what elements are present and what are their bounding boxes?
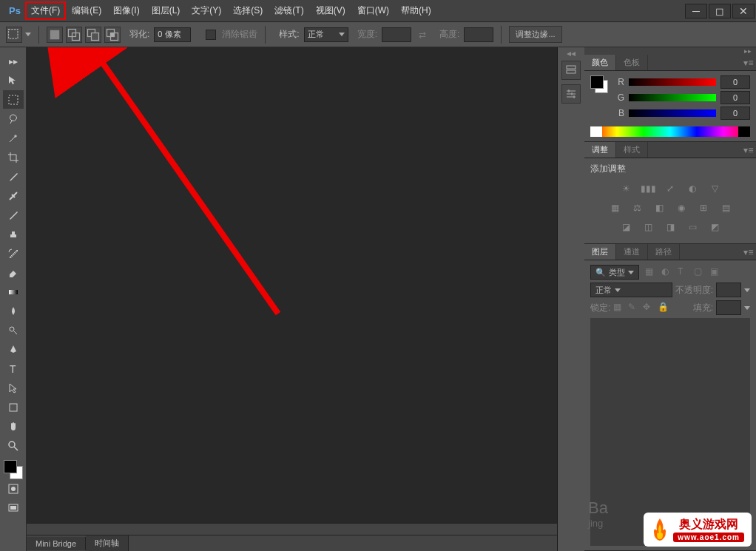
threshold-icon[interactable]: ◨ — [663, 220, 678, 234]
maximize-button[interactable]: ◻ — [709, 4, 731, 18]
blur-tool[interactable] — [3, 302, 24, 320]
selective-color-icon[interactable]: ◩ — [707, 220, 722, 234]
g-value-input[interactable] — [720, 91, 750, 104]
layers-tab[interactable]: 图层 — [584, 244, 616, 260]
paths-tab[interactable]: 路径 — [648, 244, 680, 260]
tool-preset-dropdown-icon[interactable] — [25, 33, 31, 36]
menu-type[interactable]: 文字(Y) — [186, 1, 227, 20]
color-panel-menu-icon[interactable]: ▾≡ — [741, 58, 756, 68]
gradient-tool[interactable] — [3, 283, 24, 301]
path-selection-tool[interactable] — [3, 379, 24, 397]
lock-position-icon[interactable]: ✥ — [643, 302, 655, 314]
b-slider[interactable] — [629, 109, 716, 117]
color-balance-icon[interactable]: ⚖ — [630, 200, 644, 215]
eraser-tool[interactable] — [3, 263, 24, 282]
brush-tool[interactable] — [3, 206, 24, 224]
refine-edge-button[interactable]: 调整边缘... — [509, 26, 561, 43]
antialias-checkbox[interactable] — [206, 30, 216, 40]
menu-filter[interactable]: 滤镜(T) — [269, 1, 309, 20]
filter-adjustment-icon[interactable]: ◐ — [661, 266, 673, 278]
properties-panel-icon[interactable] — [561, 84, 581, 104]
style-select[interactable]: 正常 — [304, 27, 348, 42]
photo-filter-icon[interactable]: ◉ — [674, 200, 689, 215]
b-value-input[interactable] — [720, 107, 750, 120]
lock-pixels-icon[interactable]: ✎ — [628, 302, 640, 314]
color-swatches[interactable] — [4, 460, 23, 479]
invert-icon[interactable]: ◪ — [618, 220, 633, 234]
menu-view[interactable]: 视图(V) — [310, 1, 351, 20]
mini-bridge-tab[interactable]: Mini Bridge — [27, 537, 86, 550]
filter-pixel-icon[interactable]: ▦ — [645, 266, 657, 278]
lock-all-icon[interactable]: 🔒 — [658, 302, 669, 314]
lasso-tool[interactable] — [3, 109, 24, 128]
swap-icon[interactable]: ⇄ — [419, 30, 426, 40]
layer-filter-select[interactable]: 🔍类型 — [590, 265, 639, 280]
height-input[interactable] — [464, 27, 493, 42]
clone-stamp-tool[interactable] — [3, 225, 24, 243]
dodge-tool[interactable] — [3, 321, 24, 339]
color-panel-swatches[interactable] — [590, 75, 608, 93]
healing-brush-tool[interactable] — [3, 186, 24, 205]
new-selection-icon[interactable] — [47, 27, 63, 43]
history-brush-tool[interactable] — [3, 244, 24, 263]
filter-shape-icon[interactable]: ▢ — [694, 266, 706, 278]
history-panel-icon[interactable] — [561, 61, 581, 80]
expand-tools-icon[interactable]: ▸▸ — [3, 52, 24, 70]
horizontal-scrollbar[interactable] — [27, 523, 557, 535]
r-value-input[interactable] — [720, 75, 750, 89]
opacity-dropdown-icon[interactable] — [744, 288, 750, 292]
subtract-selection-icon[interactable] — [85, 27, 101, 43]
color-tab[interactable]: 颜色 — [584, 55, 616, 70]
tool-preset-icon[interactable] — [6, 27, 22, 43]
hand-tool[interactable] — [3, 417, 24, 436]
close-button[interactable]: ✕ — [732, 4, 755, 18]
menu-file[interactable]: 文件(F) — [25, 1, 66, 20]
hue-icon[interactable]: ▦ — [607, 200, 622, 215]
screen-mode-tool[interactable] — [3, 498, 24, 517]
fill-dropdown-icon[interactable] — [744, 306, 750, 310]
adjustments-panel-menu-icon[interactable]: ▾≡ — [741, 145, 756, 155]
channels-tab[interactable]: 通道 — [616, 244, 648, 260]
minimize-button[interactable]: ─ — [685, 4, 707, 18]
g-slider[interactable] — [629, 94, 716, 101]
timeline-tab[interactable]: 时间轴 — [86, 535, 129, 551]
opacity-input[interactable] — [716, 283, 741, 297]
feather-input[interactable] — [154, 27, 191, 42]
brightness-icon[interactable]: ☀ — [618, 181, 633, 196]
pen-tool[interactable] — [3, 340, 24, 359]
filter-smart-icon[interactable]: ▣ — [710, 266, 722, 278]
swatches-tab[interactable]: 色板 — [616, 55, 648, 70]
magic-wand-tool[interactable] — [3, 129, 24, 147]
eyedropper-tool[interactable] — [3, 167, 24, 186]
add-selection-icon[interactable] — [66, 27, 82, 43]
layers-list[interactable] — [590, 318, 750, 546]
menu-edit[interactable]: 编辑(E) — [66, 1, 107, 20]
gradient-map-icon[interactable]: ▭ — [685, 220, 700, 234]
width-input[interactable] — [382, 27, 411, 42]
move-tool[interactable] — [3, 71, 24, 89]
channel-mixer-icon[interactable]: ⊞ — [696, 200, 711, 215]
menu-layer[interactable]: 图层(L) — [146, 1, 186, 20]
layers-panel-menu-icon[interactable]: ▾≡ — [741, 247, 756, 257]
vibrance-icon[interactable]: ▽ — [707, 181, 722, 196]
fill-input[interactable] — [716, 300, 741, 315]
canvas-area[interactable]: Mini Bridge 时间轴 — [27, 47, 558, 551]
color-lookup-icon[interactable]: ▤ — [718, 200, 733, 215]
marquee-tool[interactable] — [3, 90, 24, 109]
r-slider[interactable] — [629, 78, 716, 86]
menu-select[interactable]: 选择(S) — [227, 1, 269, 20]
levels-icon[interactable]: ▮▮▮ — [641, 181, 655, 196]
blend-mode-select[interactable]: 正常 — [590, 283, 672, 297]
collapse-dock-icon[interactable]: ◂◂ — [564, 50, 578, 56]
curves-icon[interactable]: ⤢ — [663, 181, 678, 196]
lock-transparency-icon[interactable]: ▦ — [613, 302, 625, 314]
posterize-icon[interactable]: ◫ — [641, 220, 655, 234]
menu-window[interactable]: 窗口(W) — [351, 1, 395, 20]
exposure-icon[interactable]: ◐ — [685, 181, 700, 196]
shape-tool[interactable] — [3, 398, 24, 416]
crop-tool[interactable] — [3, 148, 24, 166]
color-spectrum[interactable] — [590, 126, 750, 137]
bw-icon[interactable]: ◧ — [652, 200, 666, 215]
collapse-panels-icon[interactable]: ▸▸ — [744, 47, 752, 55]
foreground-color-swatch[interactable] — [4, 460, 17, 473]
